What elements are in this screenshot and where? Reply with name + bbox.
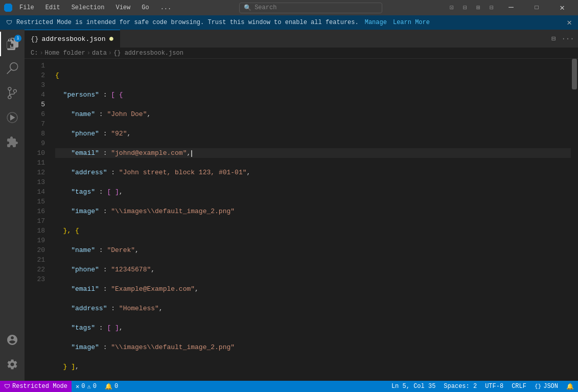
notifications-status[interactable]: 🔔 (562, 381, 578, 392)
learn-more-link[interactable]: Learn More (393, 19, 430, 26)
info-icon: 🔔 (105, 383, 112, 390)
code-line-8: "image" : "\\images\\default_image_2.png… (55, 206, 571, 216)
menu-go[interactable]: Go (137, 3, 153, 12)
menu-view[interactable]: View (111, 3, 134, 12)
breadcrumb-c[interactable]: C: (31, 50, 38, 57)
close-banner-button[interactable]: ✕ (567, 17, 572, 28)
code-line-4: "phone" : "92", (55, 129, 571, 139)
tab-modified-dot: ● (108, 34, 114, 43)
code-content[interactable]: { "persons" : [ { "name" : "John Doe", "… (49, 59, 571, 381)
encoding-label: UTF-8 (485, 383, 503, 390)
layout-icon-1[interactable]: ⊡ (448, 4, 456, 12)
code-line-14: "tags" : [ ], (55, 323, 571, 333)
encoding-status[interactable]: UTF-8 (481, 381, 507, 392)
error-count: 0 (81, 383, 85, 390)
code-line-15: "image" : "\\images\\default_image_2.png… (55, 342, 571, 352)
line-ending-status[interactable]: CRLF (507, 381, 530, 392)
menu-selection[interactable]: Selection (67, 3, 109, 12)
activity-source-control[interactable] (0, 81, 25, 105)
spaces-label: Spaces: 2 (444, 383, 477, 390)
code-line-5: "email" : "johnd@example.com", (55, 148, 571, 158)
code-line-13: "address" : "Homeless", (55, 304, 571, 313)
explorer-badge: 1 (14, 35, 21, 42)
tab-actions: ⊟ ··· (547, 30, 578, 48)
restricted-mode-banner: 🛡 Restricted Mode is intended for safe c… (0, 15, 578, 30)
editor-tab[interactable]: {} addressbook.json ● (25, 30, 120, 48)
banner-message: Restricted Mode is intended for safe cod… (16, 19, 359, 26)
code-line-2: "persons" : [ { (55, 90, 571, 100)
restricted-mode-label: Restricted Mode (12, 383, 67, 390)
ln-col: Ln 5, Col 35 (391, 383, 435, 390)
line-ending-label: CRLF (512, 383, 526, 390)
code-line-16: } ], (55, 362, 571, 372)
layout-icon-3[interactable]: ⊞ (474, 4, 482, 12)
menu-file[interactable]: File (15, 3, 38, 12)
breadcrumb: C: › Home folder › data › {} addressbook… (25, 48, 578, 59)
more-actions-button[interactable]: ··· (562, 33, 574, 45)
title-bar-right: ⊡ ⊟ ⊞ ⊟ ─ □ ✕ (446, 0, 574, 15)
status-right: Ln 5, Col 35 Spaces: 2 UTF-8 CRLF {} JSO… (387, 381, 578, 392)
errors-status[interactable]: ✕ 0 ⚠ 0 (72, 381, 101, 392)
code-line-1: { (55, 71, 571, 80)
maximize-button[interactable]: □ (525, 0, 548, 15)
activity-bar: 1 (0, 30, 25, 381)
shield-icon: 🛡 (6, 19, 12, 27)
line-numbers: 1234 5 678910 1112131415 1617181920 2122… (25, 59, 49, 381)
title-bar-center: 🔍 Search (175, 3, 446, 13)
activity-run[interactable] (0, 105, 25, 130)
code-line-11: "phone" : "12345678", (55, 265, 571, 274)
code-line-7: "tags" : [ ], (55, 187, 571, 197)
spaces-status[interactable]: Spaces: 2 (440, 381, 481, 392)
title-bar-left: File Edit Selection View Go ... (4, 3, 175, 12)
bell-icon: 🔔 (566, 383, 574, 390)
split-editor-button[interactable]: ⊟ (547, 33, 560, 45)
activity-account[interactable] (0, 328, 25, 352)
manage-link[interactable]: Manage (365, 19, 387, 26)
error-icon: ✕ (76, 383, 79, 390)
status-bar: 🛡 Restricted Mode ✕ 0 ⚠ 0 🔔 0 Ln 5, Col … (0, 381, 578, 392)
layout-icon-4[interactable]: ⊟ (488, 4, 496, 12)
breadcrumb-data[interactable]: data (92, 50, 107, 57)
activity-extensions[interactable] (0, 130, 25, 154)
editor-area: {} addressbook.json ● ⊟ ··· C: › Home fo… (25, 30, 578, 381)
activity-search[interactable] (0, 56, 25, 81)
search-placeholder: Search (255, 4, 276, 11)
code-editor[interactable]: 1234 5 678910 1112131415 1617181920 2122… (25, 59, 578, 381)
breadcrumb-home[interactable]: Home folder (45, 50, 85, 57)
activity-explorer[interactable]: 1 (0, 32, 25, 56)
close-button[interactable]: ✕ (550, 0, 574, 15)
restricted-shield-icon: 🛡 (4, 383, 10, 390)
info-status[interactable]: 🔔 0 (101, 381, 122, 392)
layout-icon-2[interactable]: ⊟ (461, 4, 469, 12)
menu-edit[interactable]: Edit (41, 3, 64, 12)
breadcrumb-file[interactable]: {} addressbook.json (113, 50, 183, 57)
activity-settings[interactable] (0, 352, 25, 377)
main-area: 1 {} addressbook.json (0, 30, 578, 381)
tab-filename: addressbook.json (42, 35, 106, 43)
warning-icon: ⚠ (87, 383, 90, 390)
search-bar[interactable]: 🔍 Search (239, 3, 382, 13)
minimize-button[interactable]: ─ (499, 0, 523, 15)
tab-file-icon: {} (31, 35, 39, 43)
code-line-9: }, { (55, 226, 571, 236)
cursor-position[interactable]: Ln 5, Col 35 (387, 381, 440, 392)
tab-bar: {} addressbook.json ● ⊟ ··· (25, 30, 578, 48)
code-line-3: "name" : "John Doe", (55, 109, 571, 119)
restricted-mode-status[interactable]: 🛡 Restricted Mode (0, 381, 72, 392)
vscode-logo (4, 4, 12, 12)
info-count: 0 (114, 383, 118, 390)
code-line-10: "name" : "Derek", (55, 245, 571, 255)
search-icon: 🔍 (244, 4, 251, 12)
menu-more[interactable]: ... (156, 3, 176, 12)
code-line-6: "address" : "John street, block 123, #01… (55, 168, 571, 177)
warning-count: 0 (93, 383, 97, 390)
language-status[interactable]: {} JSON (530, 381, 562, 392)
scrollbar[interactable] (571, 59, 578, 381)
code-line-12: "email" : "Example@Example.com", (55, 284, 571, 294)
language-label: JSON (543, 383, 558, 390)
activity-bottom (0, 328, 25, 381)
title-bar: File Edit Selection View Go ... 🔍 Search… (0, 0, 578, 15)
